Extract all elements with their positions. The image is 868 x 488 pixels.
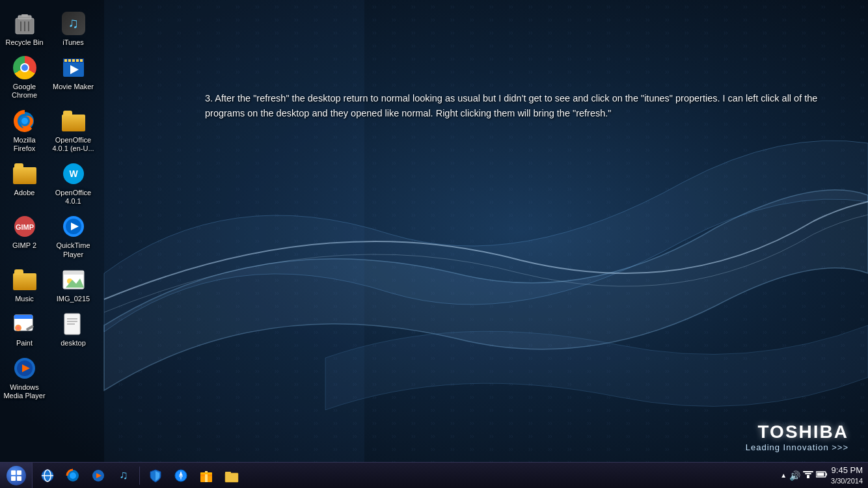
icon-row-6: Paint desktop [0,307,104,351]
svg-rect-68 [817,473,824,476]
paint-icon[interactable]: Paint [0,307,49,351]
toshiba-branding: TOSHIBA Leading Innovation >>> [746,422,848,452]
svg-rect-67 [826,473,827,476]
taskbar-right: ▲ 🔊 [780,465,868,485]
tray-battery-icon[interactable] [816,470,828,480]
music-folder-icon[interactable]: Music [0,263,49,307]
taskbar-compass-icon[interactable] [169,464,193,487]
recycle-bin-label: Recycle Bin [5,38,43,47]
icon-row-7: Windows Media Player [0,351,104,404]
svg-point-34 [15,325,21,331]
movie-maker-icon[interactable]: Movie Maker [49,51,98,103]
svg-rect-43 [11,470,16,475]
svg-text:W: W [69,169,78,179]
icon-row-5: Music IMG_0215 [0,263,104,307]
svg-rect-60 [200,472,212,474]
svg-rect-3 [104,0,364,462]
recycle-bin-image [12,10,38,36]
openoffice-401-icon[interactable]: W OpenOffice 4.0.1 [49,157,98,210]
taskbar-ie-icon[interactable] [36,464,59,487]
tray-volume-icon[interactable]: 🔊 [789,470,800,481]
svg-rect-14 [72,59,75,62]
taskbar-mediaplayer-icon[interactable] [87,464,110,487]
desktop-file-label: desktop [61,339,86,347]
itunes-label: iTunes [62,38,84,47]
svg-rect-64 [805,473,811,474]
firefox-image [12,108,38,134]
icon-row-1: Google Chrome Movie Maker [0,51,104,103]
chrome-image [12,55,38,81]
openoffice-folder-image [61,108,87,134]
taskbar-package-icon[interactable] [195,464,218,487]
openoffice-folder-label: OpenOffice 4.0.1 (en-U... [51,136,95,153]
start-button[interactable] [0,463,33,489]
start-orb [7,466,26,485]
svg-rect-29 [63,271,84,275]
tray-network-icon[interactable] [803,470,813,481]
svg-rect-6 [21,14,28,17]
toshiba-slogan: Leading Innovation >>> [746,442,848,452]
svg-rect-45 [11,476,16,481]
windows-media-player-icon[interactable]: Windows Media Player [0,351,49,404]
taskbar-folder-icon[interactable] [220,464,243,487]
google-chrome-icon[interactable]: Google Chrome [0,51,49,103]
svg-rect-63 [807,475,809,478]
wmp-label: Windows Media Player [3,383,46,400]
wallpaper: ›› [0,0,868,462]
taskbar-shield-icon[interactable] [144,464,167,487]
tray-arrow-icon[interactable]: ▲ [780,472,787,479]
adobe-icon[interactable]: Adobe [0,157,49,210]
adobe-label: Adobe [14,189,35,197]
svg-rect-16 [80,59,83,62]
gimp2-icon[interactable]: GIMP GIMP 2 [0,210,49,262]
icon-row-0: Recycle Bin ♫ iTunes [0,7,104,51]
svg-rect-44 [17,470,21,475]
paint-image [12,311,38,337]
movie-maker-label: Movie Maker [53,83,94,91]
clock-date: 3/30/2014 [831,476,863,485]
desktop: ›› [0,0,868,488]
icon-row-2: Mozilla Firefox OpenOffice 4.0.1 (en-U..… [0,104,104,157]
quicktime-label: QuickTime Player [51,241,95,258]
desktop-file-image [61,311,87,337]
svg-point-20 [21,118,28,124]
firefox-label: Mozilla Firefox [3,136,46,153]
taskbar-music-icon[interactable]: ♫ [112,464,135,487]
icon-row-3: Adobe W OpenOffice 4.0.1 [0,157,104,210]
system-tray: ▲ 🔊 [780,470,828,481]
svg-point-51 [70,472,76,479]
quicktime-icon[interactable]: QuickTime Player [49,210,98,262]
svg-rect-15 [76,59,79,62]
openoffice-401-image: W [61,161,87,187]
taskbar-firefox-icon[interactable] [61,464,85,487]
clock[interactable]: 9:45 PM 3/30/2014 [831,465,863,485]
svg-rect-61 [225,473,238,482]
clock-time: 9:45 PM [831,465,863,476]
chrome-label: Google Chrome [3,83,46,100]
taskbar-separator [139,467,140,485]
paint-label: Paint [16,339,33,347]
recycle-bin-icon[interactable]: Recycle Bin [0,7,49,51]
music-folder-image [12,267,38,293]
img0215-icon[interactable]: IMG_0215 [49,263,98,307]
openoffice-folder-icon[interactable]: OpenOffice 4.0.1 (en-U... [49,104,98,157]
img0215-label: IMG_0215 [57,295,90,303]
annotation-content: 3. After the "refresh" the desktop retur… [205,93,817,118]
svg-rect-62 [225,472,231,474]
itunes-icon[interactable]: ♫ iTunes [49,7,98,51]
wmp-image [12,355,38,381]
img0215-image [61,267,87,293]
mozilla-firefox-icon[interactable]: Mozilla Firefox [0,104,49,157]
svg-rect-13 [68,59,71,62]
gimp2-image: GIMP [12,213,38,239]
taskbar: ♫ [0,462,868,488]
quicktime-image [61,213,87,239]
icon-row-4: GIMP GIMP 2 QuickTime Player [0,210,104,262]
toshiba-name: TOSHIBA [746,422,848,442]
desktop-icons-area: Recycle Bin ♫ iTunes Google Chrome [0,7,104,455]
svg-rect-65 [803,471,813,472]
svg-rect-33 [14,315,33,319]
gimp2-label: GIMP 2 [12,241,36,250]
svg-text:GIMP: GIMP [15,223,33,231]
desktop-file-icon[interactable]: desktop [49,307,98,351]
